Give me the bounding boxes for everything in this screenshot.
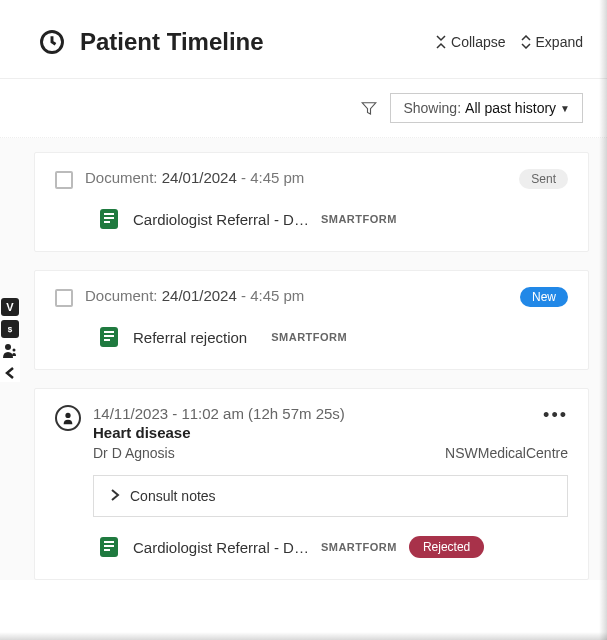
timeline-card-encounter: 14/11/2023 - 11:02 am (12h 57m 25s) Hear…: [34, 388, 589, 580]
header-actions: Collapse Expand: [435, 34, 583, 50]
smartform-tag: SMARTFORM: [321, 213, 397, 225]
collapse-button[interactable]: Collapse: [435, 34, 505, 50]
svg-rect-8: [104, 221, 110, 223]
encounter-datetime: 14/11/2023 - 11:02 am (12h 57m 25s): [93, 405, 531, 422]
svg-rect-16: [104, 545, 114, 547]
bottom-edge-shadow: [0, 632, 607, 640]
document-row[interactable]: Cardiologist Referral - D… SMARTFORM: [97, 207, 568, 231]
expand-button[interactable]: Expand: [520, 34, 583, 50]
encounter-provider: Dr D Agnosis: [93, 445, 175, 461]
chevron-right-icon: [110, 488, 120, 504]
showing-dropdown[interactable]: Showing: All past history ▼: [390, 93, 583, 123]
svg-rect-15: [104, 541, 114, 543]
collapse-icon: [435, 35, 447, 49]
page-title: Patient Timeline: [80, 28, 435, 56]
more-actions-button[interactable]: •••: [543, 405, 568, 426]
svg-rect-12: [104, 339, 110, 341]
svg-rect-7: [104, 217, 114, 219]
side-icon-dollar[interactable]: $: [1, 320, 19, 338]
timeline-card-document: Document: 24/01/2024 - 4:45 pm New Refer…: [34, 270, 589, 370]
document-title: Cardiologist Referral - D…: [133, 211, 309, 228]
select-checkbox[interactable]: [55, 289, 73, 307]
smartform-tag: SMARTFORM: [321, 541, 397, 553]
status-badge-rejected: Rejected: [409, 536, 484, 558]
caret-down-icon: ▼: [560, 103, 570, 114]
svg-point-13: [65, 413, 70, 418]
filter-row: Showing: All past history ▼: [0, 79, 607, 138]
side-icon-chevron-left[interactable]: [1, 364, 19, 382]
document-title: Cardiologist Referral - D…: [133, 539, 309, 556]
showing-value: All past history: [465, 100, 556, 116]
status-badge-new: New: [520, 287, 568, 307]
svg-rect-10: [104, 331, 114, 333]
encounter-location: NSWMedicalCentre: [445, 445, 568, 461]
svg-rect-17: [104, 549, 110, 551]
smartform-tag: SMARTFORM: [271, 331, 347, 343]
status-badge-sent: Sent: [519, 169, 568, 189]
svg-point-3: [5, 344, 11, 350]
encounter-person-icon: [55, 405, 81, 431]
showing-label: Showing:: [403, 100, 461, 116]
expand-icon: [520, 35, 532, 49]
svg-point-4: [13, 349, 16, 352]
consult-notes-label: Consult notes: [130, 488, 216, 504]
document-row[interactable]: Cardiologist Referral - D… SMARTFORM Rej…: [97, 535, 568, 559]
collapse-label: Collapse: [451, 34, 505, 50]
clock-icon: [38, 28, 66, 56]
svg-rect-6: [104, 213, 114, 215]
doc-meta: Document: 24/01/2024 - 4:45 pm: [85, 287, 508, 304]
timeline-card-document: Document: 24/01/2024 - 4:45 pm Sent Card…: [34, 152, 589, 252]
page-header: Patient Timeline Collapse Expand: [0, 0, 607, 79]
svg-text:$: $: [8, 325, 13, 334]
document-icon: [97, 535, 121, 559]
side-icon-v[interactable]: V: [1, 298, 19, 316]
side-icon-person[interactable]: [1, 342, 19, 360]
timeline-list: Document: 24/01/2024 - 4:45 pm Sent Card…: [0, 138, 607, 580]
expand-label: Expand: [536, 34, 583, 50]
doc-meta: Document: 24/01/2024 - 4:45 pm: [85, 169, 507, 186]
document-icon: [97, 325, 121, 349]
document-title: Referral rejection: [133, 329, 247, 346]
side-toolbar: V $: [0, 298, 20, 382]
document-icon: [97, 207, 121, 231]
select-checkbox[interactable]: [55, 171, 73, 189]
filter-icon[interactable]: [360, 99, 378, 117]
consult-notes-toggle[interactable]: Consult notes: [93, 475, 568, 517]
document-row[interactable]: Referral rejection SMARTFORM: [97, 325, 568, 349]
svg-rect-11: [104, 335, 114, 337]
encounter-heading: Heart disease: [93, 424, 531, 441]
